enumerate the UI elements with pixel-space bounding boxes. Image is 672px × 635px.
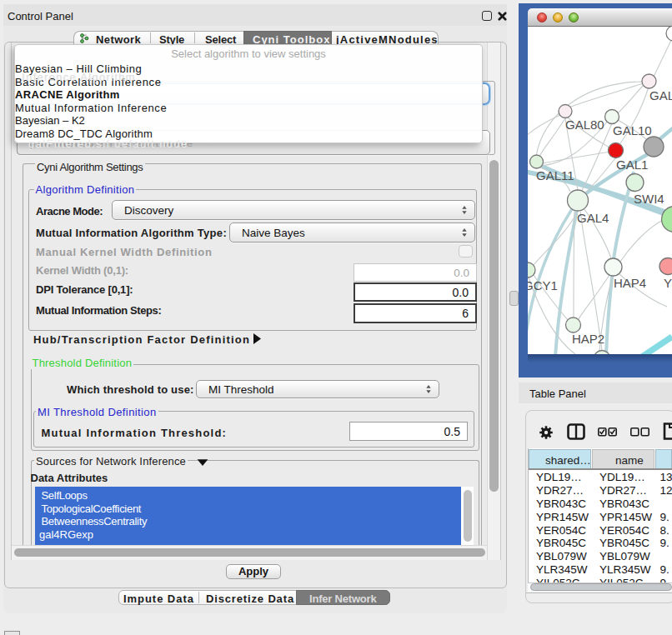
svg-text:GCY1: GCY1 — [528, 278, 558, 292]
svg-text:GAL10: GAL10 — [613, 123, 652, 138]
svg-text:HAP2: HAP2 — [572, 332, 604, 346]
svg-text:HAP4: HAP4 — [614, 276, 646, 290]
svg-text:GAL80: GAL80 — [565, 118, 604, 132]
svg-text:GAL: GAL — [649, 88, 672, 102]
svg-text:Y: Y — [664, 276, 672, 290]
svg-text:GAL4: GAL4 — [577, 211, 609, 225]
svg-text:GAL11: GAL11 — [536, 168, 574, 182]
svg-text:GAL1: GAL1 — [616, 158, 648, 172]
svg-text:SWI4: SWI4 — [634, 192, 664, 206]
